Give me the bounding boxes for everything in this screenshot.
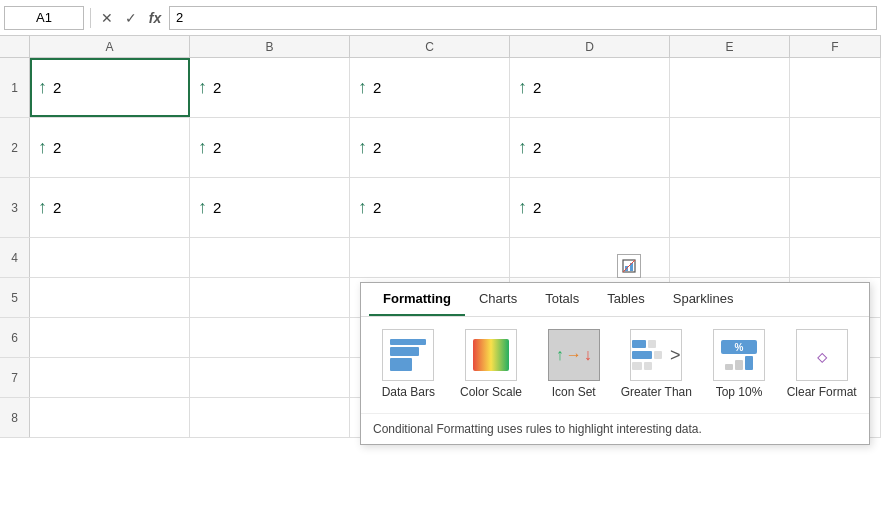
cell-b7[interactable] <box>190 358 350 397</box>
cell-value: 2 <box>213 139 221 156</box>
cell-f1[interactable] <box>790 58 881 117</box>
icon-set-label: Icon Set <box>552 385 596 401</box>
name-box[interactable] <box>4 6 84 30</box>
qa-item-color-scale[interactable]: Color Scale <box>454 329 529 401</box>
arrow-icon: ↑ <box>198 137 207 158</box>
tab-sparklines[interactable]: Sparklines <box>659 283 748 316</box>
cell-a7[interactable] <box>30 358 190 397</box>
arrow-icon: ↑ <box>38 77 47 98</box>
cancel-icon[interactable]: ✕ <box>97 8 117 28</box>
qa-item-clear-format[interactable]: ⬦ Clear Format <box>784 329 859 401</box>
arrow-icon: ↑ <box>38 197 47 218</box>
arrow-icon: ↑ <box>198 197 207 218</box>
fx-icon[interactable]: fx <box>145 8 165 28</box>
cell-a1[interactable]: ↑2 <box>30 58 190 117</box>
formula-icons: ✕ ✓ fx <box>97 8 165 28</box>
arrow-icon: ↑ <box>198 77 207 98</box>
cell-c4[interactable] <box>350 238 510 277</box>
arrow-icon: ↑ <box>518 197 527 218</box>
col-header-b[interactable]: B <box>190 36 350 57</box>
cell-b1[interactable]: ↑2 <box>190 58 350 117</box>
cell-b2[interactable]: ↑2 <box>190 118 350 177</box>
arrow-icon: ↑ <box>518 77 527 98</box>
top-bar: ✕ ✓ fx <box>0 0 881 36</box>
cell-value: 2 <box>213 199 221 216</box>
data-bars-icon <box>382 329 434 381</box>
tab-totals[interactable]: Totals <box>531 283 593 316</box>
table-row: 3 ↑2 ↑2 ↑2 ↑2 <box>0 178 881 238</box>
cell-d2[interactable]: ↑2 <box>510 118 670 177</box>
cell-value: 2 <box>533 79 541 96</box>
cell-a4[interactable] <box>30 238 190 277</box>
quick-analysis-icon <box>622 259 636 273</box>
cell-b6[interactable] <box>190 318 350 357</box>
tab-charts[interactable]: Charts <box>465 283 531 316</box>
arrow-icon: ↑ <box>358 137 367 158</box>
top-10-icon: % <box>713 329 765 381</box>
corner-cell <box>0 36 30 57</box>
table-row: 1 ↑2 ↑2 ↑2 ↑2 <box>0 58 881 118</box>
arrow-icon: ↑ <box>358 197 367 218</box>
arrow-icon: ↑ <box>38 137 47 158</box>
cell-d1[interactable]: ↑2 <box>510 58 670 117</box>
formula-bar[interactable] <box>169 6 877 30</box>
col-header-d[interactable]: D <box>510 36 670 57</box>
qa-tabs: Formatting Charts Totals Tables Sparklin… <box>361 283 869 317</box>
clear-format-label: Clear Format <box>787 385 857 401</box>
table-row: 2 ↑2 ↑2 ↑2 ↑2 <box>0 118 881 178</box>
qa-item-top-10[interactable]: % Top 10% <box>702 329 777 401</box>
cell-value: 2 <box>53 79 61 96</box>
col-header-e[interactable]: E <box>670 36 790 57</box>
tab-formatting[interactable]: Formatting <box>369 283 465 316</box>
col-header-a[interactable]: A <box>30 36 190 57</box>
cell-a3[interactable]: ↑2 <box>30 178 190 237</box>
cell-e2[interactable] <box>670 118 790 177</box>
clear-format-icon: ⬦ <box>796 329 848 381</box>
cell-f2[interactable] <box>790 118 881 177</box>
cell-value: 2 <box>213 79 221 96</box>
cell-d3[interactable]: ↑2 <box>510 178 670 237</box>
divider <box>90 8 91 28</box>
cell-f3[interactable] <box>790 178 881 237</box>
color-scale-label: Color Scale <box>460 385 522 401</box>
cell-e4[interactable] <box>670 238 790 277</box>
row-header-3: 3 <box>0 178 30 237</box>
cell-e1[interactable] <box>670 58 790 117</box>
cell-d4[interactable] <box>510 238 670 277</box>
cell-f4[interactable] <box>790 238 881 277</box>
qa-item-data-bars[interactable]: Data Bars <box>371 329 446 401</box>
cell-a8[interactable] <box>30 398 190 437</box>
cell-a5[interactable] <box>30 278 190 317</box>
top-10-label: Top 10% <box>716 385 763 401</box>
arrow-icon: ↑ <box>518 137 527 158</box>
cell-a2[interactable]: ↑2 <box>30 118 190 177</box>
cell-value: 2 <box>373 199 381 216</box>
cell-c3[interactable]: ↑2 <box>350 178 510 237</box>
cell-b4[interactable] <box>190 238 350 277</box>
quick-analysis-button[interactable] <box>617 254 641 278</box>
greater-than-icon: > <box>630 329 682 381</box>
arrow-icon: ↑ <box>358 77 367 98</box>
cell-c2[interactable]: ↑2 <box>350 118 510 177</box>
cell-e3[interactable] <box>670 178 790 237</box>
cell-a6[interactable] <box>30 318 190 357</box>
row-header-1: 1 <box>0 58 30 117</box>
greater-than-label: Greater Than <box>621 385 692 401</box>
cell-b3[interactable]: ↑2 <box>190 178 350 237</box>
col-header-c[interactable]: C <box>350 36 510 57</box>
qa-item-icon-set[interactable]: ↑ → ↓ Icon Set <box>536 329 611 401</box>
col-header-f[interactable]: F <box>790 36 881 57</box>
confirm-icon[interactable]: ✓ <box>121 8 141 28</box>
cell-value: 2 <box>373 79 381 96</box>
qa-item-greater-than[interactable]: > Greater Than <box>619 329 694 401</box>
cell-value: 2 <box>53 199 61 216</box>
data-bars-label: Data Bars <box>382 385 435 401</box>
cell-value: 2 <box>533 199 541 216</box>
tab-tables[interactable]: Tables <box>593 283 659 316</box>
row-header-4: 4 <box>0 238 30 277</box>
cell-b5[interactable] <box>190 278 350 317</box>
cell-b8[interactable] <box>190 398 350 437</box>
cell-value: 2 <box>53 139 61 156</box>
cell-c1[interactable]: ↑2 <box>350 58 510 117</box>
column-headers: A B C D E F <box>0 36 881 58</box>
